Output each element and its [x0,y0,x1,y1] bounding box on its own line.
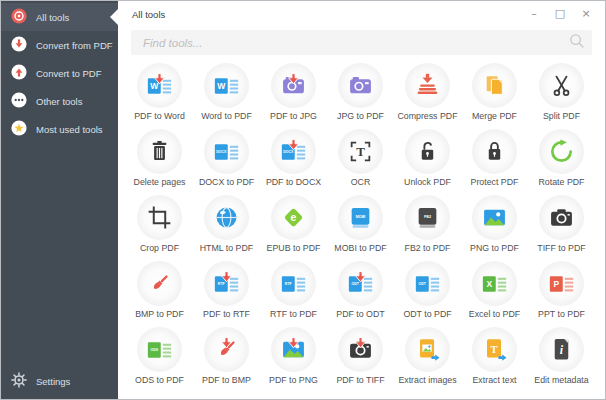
tool-fb2-to-pdf[interactable]: FB2 FB2 to PDF [394,195,461,261]
sidebar-item-other-tools[interactable]: Other tools [1,87,118,115]
main-panel: All tools –□× W PDF to Word W Word to PD… [118,1,605,399]
tool-extract-images[interactable]: Extract images [394,327,461,393]
tool-circle [539,129,584,174]
tool-circle [338,63,383,108]
image-icon [281,337,306,362]
sidebar-item-most-used-tools[interactable]: Most used tools [1,115,118,143]
tool-extract-text[interactable]: T Extract text [461,327,528,393]
tool-pdf-to-odt[interactable]: ODT PDF to ODT [327,261,394,327]
tool-label: PDF to DOCX [266,177,321,187]
tool-pdf-to-tiff[interactable]: PDF to TIFF [327,327,394,393]
sidebar-item-label: Other tools [36,96,82,107]
sidebar-item-convert-to-pdf[interactable]: Convert to PDF [1,59,118,87]
search-input[interactable] [141,36,568,50]
tool-circle: RTF [271,261,316,306]
close-button[interactable]: × [573,6,599,22]
maximize-button[interactable]: □ [547,6,573,22]
tool-pdf-to-jpg[interactable]: PDF to JPG [260,63,327,129]
extract-icon: T [482,337,507,362]
tool-pdf-to-rtf[interactable]: RTF PDF to RTF [193,261,260,327]
doc-icon: ODS [147,337,172,362]
tool-circle [137,261,182,306]
tool-circle: e [271,195,316,240]
tools-grid: W PDF to Word W Word to PDF PDF to JPG J… [118,63,605,393]
tool-pdf-to-bmp[interactable]: PDF to BMP [193,327,260,393]
arrow-down-circle-icon [11,36,27,52]
metadata-icon: i [549,337,574,362]
tool-label: ODS to PDF [135,375,184,385]
tool-label: EPUB to PDF [267,243,321,253]
svg-text:P: P [553,279,559,289]
tool-odt-to-pdf[interactable]: ODT ODT to PDF [394,261,461,327]
tool-split-pdf[interactable]: Split PDF [528,63,595,129]
tool-word-to-pdf[interactable]: W Word to PDF [193,63,260,129]
tool-png-to-pdf[interactable]: PNG to PDF [461,195,528,261]
tool-unlock-pdf[interactable]: Unlock PDF [394,129,461,195]
tool-docx-to-pdf[interactable]: DOCX DOCX to PDF [193,129,260,195]
sidebar-nav: All tools Convert from PDF Convert to PD… [1,3,118,363]
compress-icon [415,73,440,98]
tool-circle [204,195,249,240]
tool-pdf-to-word[interactable]: W PDF to Word [126,63,193,129]
tool-tiff-to-pdf[interactable]: TIFF to PDF [528,195,595,261]
tool-merge-pdf[interactable]: Merge PDF [461,63,528,129]
search-bar [131,30,592,55]
tool-rotate-pdf[interactable]: Rotate PDF [528,129,595,195]
tool-protect-pdf[interactable]: Protect PDF [461,129,528,195]
tool-label: Unlock PDF [404,177,451,187]
tool-circle: DOCX [271,129,316,174]
tool-crop-pdf[interactable]: Crop PDF [126,195,193,261]
doc-icon: P [549,271,574,296]
tool-circle [405,327,450,372]
tool-ods-to-pdf[interactable]: ODS ODS to PDF [126,327,193,393]
tool-circle: RTF [204,261,249,306]
doc-icon: RTF [214,271,239,296]
sidebar-item-convert-from-pdf[interactable]: Convert from PDF [1,31,118,59]
trash-icon [147,139,172,164]
tool-circle [472,129,517,174]
tool-circle: MOBI [338,195,383,240]
tool-excel-to-pdf[interactable]: X Excel to PDF [461,261,528,327]
tool-label: Protect PDF [471,177,519,187]
tool-rtf-to-pdf[interactable]: RTF RTF to PDF [260,261,327,327]
ocr-icon: T [348,139,373,164]
tool-ppt-to-pdf[interactable]: P PPT to PDF [528,261,595,327]
tool-pdf-to-docx[interactable]: DOCX PDF to DOCX [260,129,327,195]
tool-ocr[interactable]: T OCR [327,129,394,195]
tool-label: HTML to PDF [200,243,253,253]
tool-html-to-pdf[interactable]: HTML to PDF [193,195,260,261]
tool-edit-metadata[interactable]: i Edit metadata [528,327,595,393]
tool-mobi-to-pdf[interactable]: MOBI MOBI to PDF [327,195,394,261]
tool-bmp-to-pdf[interactable]: BMP to PDF [126,261,193,327]
tool-label: Crop PDF [140,243,179,253]
svg-text:ODT: ODT [419,282,427,286]
svg-text:FB2: FB2 [424,215,431,219]
tool-delete-pages[interactable]: Delete pages [126,129,193,195]
image-icon [482,205,507,230]
tool-pdf-to-png[interactable]: PDF to PNG [260,327,327,393]
tool-label: Edit metadata [534,375,588,385]
svg-text:T: T [491,344,498,355]
tool-jpg-to-pdf[interactable]: JPG to PDF [327,63,394,129]
arrow-up-circle-icon [11,64,27,80]
selected-item-notch [110,9,118,25]
doc-icon: X [482,271,507,296]
photo-icon [281,73,306,98]
crop-icon [147,205,172,230]
tool-circle: T [338,129,383,174]
svg-text:X: X [486,279,492,289]
tool-circle: T [472,327,517,372]
tool-epub-to-pdf[interactable]: e EPUB to PDF [260,195,327,261]
photo-icon [348,73,373,98]
sidebar-item-label: Most used tools [36,124,103,135]
window-controls: –□× [521,6,599,22]
search-icon[interactable] [568,32,585,53]
sidebar-item-settings[interactable]: Settings [1,363,118,399]
tool-compress-pdf[interactable]: Compress PDF [394,63,461,129]
page-title: All tools [132,9,165,20]
extract-icon [415,337,440,362]
minimize-button[interactable]: – [521,6,547,22]
tool-label: PDF to BMP [202,375,251,385]
tool-label: RTF to PDF [270,309,317,319]
sidebar-item-all-tools[interactable]: All tools [1,3,118,31]
